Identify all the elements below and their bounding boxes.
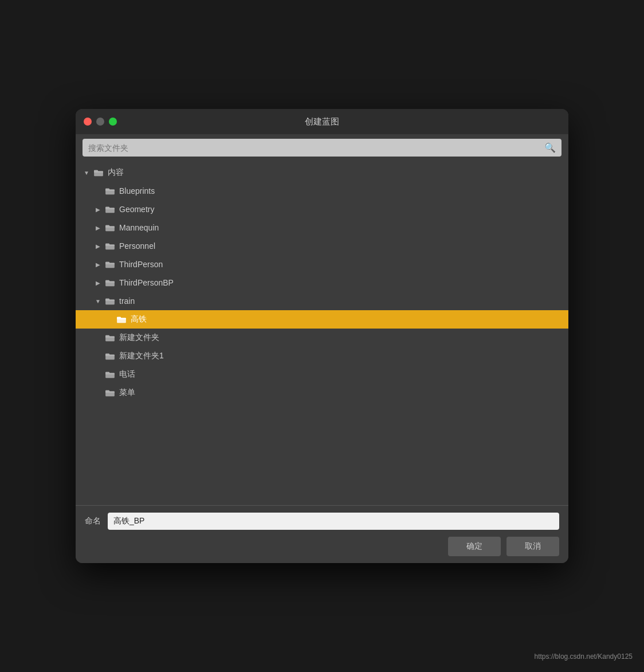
- folder-icon-gaotie: [116, 315, 127, 324]
- tree-item-content[interactable]: 内容: [76, 163, 568, 182]
- tree-item-newfolder[interactable]: 新建文件夹: [76, 329, 568, 347]
- tree-item-gaotie[interactable]: 高铁: [76, 310, 568, 329]
- item-label-phone: 电话: [119, 369, 568, 380]
- watermark: https://blog.csdn.net/Kandy0125: [535, 653, 633, 661]
- search-input[interactable]: [88, 143, 544, 153]
- name-input[interactable]: [108, 513, 559, 530]
- search-icon[interactable]: 🔍: [544, 142, 556, 153]
- window-title: 创建蓝图: [305, 116, 339, 127]
- folder-icon-mannequin: [104, 223, 116, 232]
- button-row: 确定 取消: [85, 537, 559, 556]
- item-label-train: train: [119, 296, 568, 306]
- confirm-button[interactable]: 确定: [448, 537, 501, 556]
- tree-item-geometry[interactable]: Geometry: [76, 200, 568, 218]
- folder-icon-train: [104, 296, 116, 306]
- arrow-content: [83, 169, 91, 177]
- bottom-area: 命名 确定 取消: [76, 505, 568, 563]
- tree-item-thirdperson[interactable]: ThirdPerson: [76, 255, 568, 274]
- item-label-newfolder1: 新建文件夹1: [119, 351, 568, 361]
- tree-item-blueprints[interactable]: Blueprints: [76, 182, 568, 200]
- folder-icon-newfolder: [104, 333, 116, 342]
- item-label-newfolder: 新建文件夹: [119, 333, 568, 343]
- tree-item-train[interactable]: train: [76, 292, 568, 310]
- item-label-menu: 菜单: [119, 388, 568, 398]
- folder-icon-content: [93, 168, 104, 177]
- arrow-mannequin: [94, 224, 102, 232]
- folder-tree: 内容 Blueprints Geometry Mannequin Personn…: [76, 161, 568, 505]
- item-label-personnel: Personnel: [119, 241, 568, 251]
- folder-icon-blueprints: [104, 186, 116, 196]
- arrow-thirdpersonbp: [94, 279, 102, 287]
- traffic-lights: [84, 118, 117, 126]
- arrow-train: [94, 297, 102, 305]
- item-label-content: 内容: [108, 167, 568, 178]
- search-wrapper: 🔍: [83, 139, 561, 157]
- cancel-button[interactable]: 取消: [506, 537, 559, 556]
- maximize-button[interactable]: [109, 118, 117, 126]
- arrow-personnel: [94, 242, 102, 250]
- folder-icon-personnel: [104, 241, 116, 251]
- search-bar: 🔍: [76, 134, 568, 161]
- folder-icon-thirdpersonbp: [104, 278, 116, 287]
- minimize-button[interactable]: [96, 118, 104, 126]
- item-label-blueprints: Blueprints: [119, 186, 568, 196]
- folder-icon-phone: [104, 370, 116, 379]
- item-label-gaotie: 高铁: [131, 314, 568, 325]
- tree-item-phone[interactable]: 电话: [76, 365, 568, 384]
- tree-item-thirdpersonbp[interactable]: ThirdPersonBP: [76, 274, 568, 292]
- close-button[interactable]: [84, 118, 92, 126]
- name-row: 命名: [85, 513, 559, 530]
- tree-item-personnel[interactable]: Personnel: [76, 237, 568, 255]
- arrow-thirdperson: [94, 260, 102, 268]
- item-label-thirdpersonbp: ThirdPersonBP: [119, 278, 568, 287]
- folder-icon-thirdperson: [104, 260, 116, 269]
- folder-icon-geometry: [104, 205, 116, 214]
- folder-icon-newfolder1: [104, 351, 116, 361]
- tree-item-mannequin[interactable]: Mannequin: [76, 218, 568, 237]
- item-label-mannequin: Mannequin: [119, 223, 568, 232]
- tree-item-menu[interactable]: 菜单: [76, 384, 568, 402]
- item-label-thirdperson: ThirdPerson: [119, 260, 568, 269]
- tree-item-newfolder1[interactable]: 新建文件夹1: [76, 347, 568, 365]
- name-label: 命名: [85, 516, 101, 526]
- folder-icon-menu: [104, 388, 116, 397]
- arrow-geometry: [94, 205, 102, 213]
- item-label-geometry: Geometry: [119, 205, 568, 214]
- titlebar: 创建蓝图: [76, 109, 568, 134]
- dialog-window: 创建蓝图 🔍 内容 Blueprints Geometry Mannequin …: [76, 109, 568, 563]
